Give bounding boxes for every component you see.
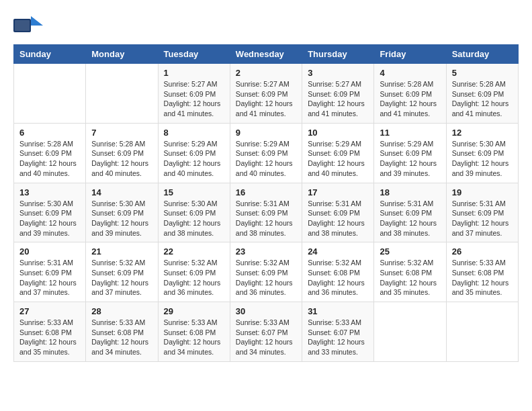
- calendar-cell: 13Sunrise: 5:30 AM Sunset: 6:09 PM Dayli…: [14, 183, 86, 242]
- calendar-cell: 22Sunrise: 5:32 AM Sunset: 6:09 PM Dayli…: [158, 242, 230, 302]
- day-number: 25: [380, 246, 440, 257]
- day-number: 26: [452, 246, 513, 257]
- cell-content: Sunrise: 5:32 AM Sunset: 6:08 PM Dayligh…: [380, 258, 440, 298]
- day-number: 29: [164, 306, 224, 316]
- calendar-cell: 21Sunrise: 5:32 AM Sunset: 6:09 PM Dayli…: [86, 242, 158, 302]
- cell-content: Sunrise: 5:28 AM Sunset: 6:09 PM Dayligh…: [19, 139, 80, 179]
- day-number: 24: [308, 246, 368, 257]
- day-number: 6: [19, 128, 80, 138]
- svg-marker-1: [31, 16, 43, 26]
- day-number: 31: [308, 306, 368, 316]
- calendar-cell: 11Sunrise: 5:29 AM Sunset: 6:09 PM Dayli…: [374, 123, 446, 183]
- cell-content: Sunrise: 5:28 AM Sunset: 6:09 PM Dayligh…: [452, 79, 513, 119]
- header-thursday: Thursday: [302, 45, 374, 64]
- day-number: 23: [236, 246, 296, 257]
- calendar-cell: 30Sunrise: 5:33 AM Sunset: 6:07 PM Dayli…: [230, 302, 302, 362]
- day-number: 9: [236, 128, 296, 138]
- logo: [13, 13, 47, 38]
- cell-content: Sunrise: 5:32 AM Sunset: 6:09 PM Dayligh…: [236, 258, 296, 298]
- cell-content: Sunrise: 5:29 AM Sunset: 6:09 PM Dayligh…: [164, 139, 224, 179]
- header-saturday: Saturday: [446, 45, 518, 64]
- day-number: 11: [380, 128, 440, 138]
- cell-content: Sunrise: 5:31 AM Sunset: 6:09 PM Dayligh…: [236, 199, 296, 238]
- calendar-cell: 2Sunrise: 5:27 AM Sunset: 6:09 PM Daylig…: [230, 64, 302, 124]
- calendar-week-5: 27Sunrise: 5:33 AM Sunset: 6:08 PM Dayli…: [14, 302, 519, 362]
- cell-content: Sunrise: 5:30 AM Sunset: 6:09 PM Dayligh…: [19, 199, 80, 238]
- cell-content: Sunrise: 5:30 AM Sunset: 6:09 PM Dayligh…: [164, 199, 224, 238]
- day-number: 1: [164, 68, 224, 78]
- day-number: 28: [91, 306, 152, 316]
- calendar-cell: [86, 64, 158, 124]
- cell-content: Sunrise: 5:30 AM Sunset: 6:09 PM Dayligh…: [452, 139, 513, 179]
- day-number: 13: [19, 187, 80, 197]
- day-number: 3: [308, 68, 368, 78]
- day-number: 20: [19, 246, 80, 257]
- day-number: 12: [452, 128, 513, 138]
- cell-content: Sunrise: 5:27 AM Sunset: 6:09 PM Dayligh…: [308, 79, 368, 119]
- calendar-cell: 28Sunrise: 5:33 AM Sunset: 6:08 PM Dayli…: [86, 302, 158, 362]
- cell-content: Sunrise: 5:28 AM Sunset: 6:09 PM Dayligh…: [380, 79, 440, 119]
- calendar-cell: 27Sunrise: 5:33 AM Sunset: 6:08 PM Dayli…: [14, 302, 86, 362]
- cell-content: Sunrise: 5:27 AM Sunset: 6:09 PM Dayligh…: [236, 79, 296, 119]
- day-number: 16: [236, 187, 296, 197]
- cell-content: Sunrise: 5:31 AM Sunset: 6:09 PM Dayligh…: [452, 199, 513, 238]
- day-number: 4: [380, 68, 440, 78]
- cell-content: Sunrise: 5:33 AM Sunset: 6:07 PM Dayligh…: [236, 318, 296, 357]
- day-number: 18: [380, 187, 440, 197]
- calendar-cell: 20Sunrise: 5:31 AM Sunset: 6:09 PM Dayli…: [14, 242, 86, 302]
- calendar-header-row: SundayMondayTuesdayWednesdayThursdayFrid…: [14, 45, 519, 64]
- header-tuesday: Tuesday: [158, 45, 230, 64]
- calendar-cell: 31Sunrise: 5:33 AM Sunset: 6:07 PM Dayli…: [302, 302, 374, 362]
- calendar-week-4: 20Sunrise: 5:31 AM Sunset: 6:09 PM Dayli…: [14, 242, 519, 302]
- header-monday: Monday: [86, 45, 158, 64]
- svg-rect-2: [15, 20, 30, 31]
- calendar-cell: 5Sunrise: 5:28 AM Sunset: 6:09 PM Daylig…: [446, 64, 518, 124]
- calendar-cell: [14, 64, 86, 124]
- header-wednesday: Wednesday: [230, 45, 302, 64]
- logo-icon: [13, 13, 43, 38]
- calendar-cell: 17Sunrise: 5:31 AM Sunset: 6:09 PM Dayli…: [302, 183, 374, 242]
- cell-content: Sunrise: 5:31 AM Sunset: 6:09 PM Dayligh…: [308, 199, 368, 238]
- cell-content: Sunrise: 5:33 AM Sunset: 6:08 PM Dayligh…: [91, 318, 152, 357]
- day-number: 8: [164, 128, 224, 138]
- header-friday: Friday: [374, 45, 446, 64]
- calendar-table: SundayMondayTuesdayWednesdayThursdayFrid…: [13, 44, 519, 362]
- cell-content: Sunrise: 5:28 AM Sunset: 6:09 PM Dayligh…: [91, 139, 152, 179]
- day-number: 30: [236, 306, 296, 316]
- calendar-cell: 18Sunrise: 5:31 AM Sunset: 6:09 PM Dayli…: [374, 183, 446, 242]
- calendar-cell: 26Sunrise: 5:33 AM Sunset: 6:08 PM Dayli…: [446, 242, 518, 302]
- cell-content: Sunrise: 5:32 AM Sunset: 6:08 PM Dayligh…: [308, 258, 368, 298]
- day-number: 22: [164, 246, 224, 257]
- calendar-cell: 16Sunrise: 5:31 AM Sunset: 6:09 PM Dayli…: [230, 183, 302, 242]
- calendar-cell: 23Sunrise: 5:32 AM Sunset: 6:09 PM Dayli…: [230, 242, 302, 302]
- cell-content: Sunrise: 5:33 AM Sunset: 6:08 PM Dayligh…: [164, 318, 224, 357]
- header-sunday: Sunday: [14, 45, 86, 64]
- calendar-cell: 6Sunrise: 5:28 AM Sunset: 6:09 PM Daylig…: [14, 123, 86, 183]
- cell-content: Sunrise: 5:32 AM Sunset: 6:09 PM Dayligh…: [164, 258, 224, 298]
- page-header: [13, 13, 519, 38]
- calendar-cell: 3Sunrise: 5:27 AM Sunset: 6:09 PM Daylig…: [302, 64, 374, 124]
- calendar-cell: 12Sunrise: 5:30 AM Sunset: 6:09 PM Dayli…: [446, 123, 518, 183]
- calendar-cell: 29Sunrise: 5:33 AM Sunset: 6:08 PM Dayli…: [158, 302, 230, 362]
- cell-content: Sunrise: 5:33 AM Sunset: 6:07 PM Dayligh…: [308, 318, 368, 357]
- calendar-cell: 15Sunrise: 5:30 AM Sunset: 6:09 PM Dayli…: [158, 183, 230, 242]
- calendar-week-1: 1Sunrise: 5:27 AM Sunset: 6:09 PM Daylig…: [14, 64, 519, 124]
- calendar-cell: 8Sunrise: 5:29 AM Sunset: 6:09 PM Daylig…: [158, 123, 230, 183]
- cell-content: Sunrise: 5:29 AM Sunset: 6:09 PM Dayligh…: [308, 139, 368, 179]
- calendar-cell: 10Sunrise: 5:29 AM Sunset: 6:09 PM Dayli…: [302, 123, 374, 183]
- cell-content: Sunrise: 5:33 AM Sunset: 6:08 PM Dayligh…: [452, 258, 513, 298]
- cell-content: Sunrise: 5:29 AM Sunset: 6:09 PM Dayligh…: [236, 139, 296, 179]
- calendar-cell: 9Sunrise: 5:29 AM Sunset: 6:09 PM Daylig…: [230, 123, 302, 183]
- cell-content: Sunrise: 5:31 AM Sunset: 6:09 PM Dayligh…: [380, 199, 440, 238]
- calendar-cell: 19Sunrise: 5:31 AM Sunset: 6:09 PM Dayli…: [446, 183, 518, 242]
- calendar-cell: 4Sunrise: 5:28 AM Sunset: 6:09 PM Daylig…: [374, 64, 446, 124]
- calendar-week-2: 6Sunrise: 5:28 AM Sunset: 6:09 PM Daylig…: [14, 123, 519, 183]
- calendar-cell: 1Sunrise: 5:27 AM Sunset: 6:09 PM Daylig…: [158, 64, 230, 124]
- calendar-cell: 24Sunrise: 5:32 AM Sunset: 6:08 PM Dayli…: [302, 242, 374, 302]
- calendar-cell: 25Sunrise: 5:32 AM Sunset: 6:08 PM Dayli…: [374, 242, 446, 302]
- cell-content: Sunrise: 5:33 AM Sunset: 6:08 PM Dayligh…: [19, 318, 80, 357]
- day-number: 5: [452, 68, 513, 78]
- cell-content: Sunrise: 5:29 AM Sunset: 6:09 PM Dayligh…: [380, 139, 440, 179]
- calendar-cell: [374, 302, 446, 362]
- calendar-cell: 7Sunrise: 5:28 AM Sunset: 6:09 PM Daylig…: [86, 123, 158, 183]
